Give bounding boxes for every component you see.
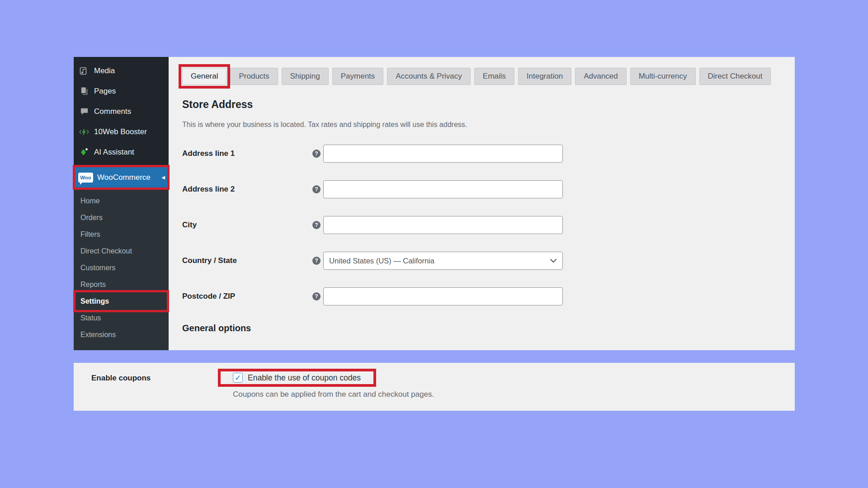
postcode-zip-label: Postcode / ZIP bbox=[182, 292, 312, 301]
settings-content: General Products Shipping Payments Accou… bbox=[169, 57, 795, 350]
chevron-down-icon bbox=[550, 258, 557, 263]
sidebar-item-woocommerce[interactable]: Woo WooCommerce ◀ bbox=[74, 167, 169, 188]
submenu-item-extensions[interactable]: Extensions bbox=[74, 326, 169, 343]
store-address-heading: Store Address bbox=[182, 99, 781, 111]
form-row-address-line-2: Address line 2 ? bbox=[182, 180, 781, 198]
form-row-postcode-zip: Postcode / ZIP ? bbox=[182, 287, 781, 305]
enable-coupons-panel: Enable coupons ✓ Enable the use of coupo… bbox=[74, 363, 795, 411]
country-state-select[interactable]: United States (US) — California bbox=[323, 252, 563, 270]
pages-icon bbox=[79, 86, 89, 96]
submenu-item-label: Direct Checkout bbox=[80, 247, 132, 255]
checkmark-icon: ✓ bbox=[235, 374, 241, 382]
tab-multi-currency[interactable]: Multi-currency bbox=[630, 68, 696, 85]
submenu-item-filters[interactable]: Filters bbox=[74, 226, 169, 243]
collapse-arrow-icon: ◀ bbox=[161, 175, 165, 180]
postcode-zip-input[interactable] bbox=[323, 287, 563, 305]
sidebar-item-comments[interactable]: Comments bbox=[74, 101, 169, 122]
sidebar-item-label: WooCommerce bbox=[97, 173, 151, 182]
enable-coupons-checkbox[interactable]: ✓ bbox=[233, 373, 243, 383]
sidebar-item-label: Pages bbox=[94, 87, 116, 96]
address-line-2-input[interactable] bbox=[323, 180, 563, 198]
submenu-item-orders[interactable]: Orders bbox=[74, 209, 169, 226]
enable-coupons-control: ✓ Enable the use of coupon codes Coupons… bbox=[233, 373, 434, 411]
woocommerce-submenu: Home Orders Filters Direct Checkout Cust… bbox=[74, 188, 169, 350]
submenu-item-label: Reports bbox=[80, 281, 106, 288]
help-icon[interactable]: ? bbox=[312, 221, 321, 229]
address-line-1-label: Address line 1 bbox=[182, 149, 312, 158]
city-input[interactable] bbox=[323, 216, 563, 234]
ai-assistant-icon bbox=[79, 147, 89, 157]
tab-payments[interactable]: Payments bbox=[332, 68, 384, 85]
help-icon[interactable]: ? bbox=[312, 257, 321, 265]
tab-accounts-privacy[interactable]: Accounts & Privacy bbox=[387, 68, 470, 85]
tab-direct-checkout[interactable]: Direct Checkout bbox=[699, 68, 771, 85]
address-line-2-label: Address line 2 bbox=[182, 185, 312, 194]
submenu-item-label: Home bbox=[80, 197, 100, 205]
woocommerce-badge-text: Woo bbox=[80, 175, 91, 180]
admin-sidebar: Media Pages Comments 10Web Booster bbox=[74, 57, 169, 350]
woocommerce-icon: Woo bbox=[78, 173, 93, 183]
address-line-1-input[interactable] bbox=[323, 145, 563, 163]
general-options-heading: General options bbox=[182, 323, 781, 333]
booster-icon bbox=[79, 127, 89, 137]
coupons-description: Coupons can be applied from the cart and… bbox=[233, 390, 434, 399]
submenu-item-label: Orders bbox=[80, 214, 103, 221]
tab-general[interactable]: General bbox=[182, 68, 226, 85]
submenu-item-home[interactable]: Home bbox=[74, 192, 169, 209]
tab-products[interactable]: Products bbox=[230, 68, 278, 85]
submenu-item-customers[interactable]: Customers bbox=[74, 259, 169, 276]
form-row-address-line-1: Address line 1 ? bbox=[182, 145, 781, 163]
sidebar-item-pages[interactable]: Pages bbox=[74, 81, 169, 101]
store-address-description: This is where your business is located. … bbox=[182, 121, 781, 129]
sidebar-item-label: AI Assistant bbox=[94, 148, 134, 157]
tab-integration[interactable]: Integration bbox=[518, 68, 571, 85]
sidebar-top-menu: Media Pages Comments 10Web Booster bbox=[74, 61, 169, 162]
submenu-item-label: Filters bbox=[80, 230, 100, 238]
submenu-item-reports[interactable]: Reports bbox=[74, 276, 169, 293]
tab-shipping[interactable]: Shipping bbox=[282, 68, 329, 85]
submenu-item-direct-checkout[interactable]: Direct Checkout bbox=[74, 243, 169, 259]
submenu-item-label: Settings bbox=[80, 297, 109, 305]
sidebar-item-10web-booster[interactable]: 10Web Booster bbox=[74, 122, 169, 142]
tab-advanced[interactable]: Advanced bbox=[575, 68, 627, 85]
media-icon bbox=[79, 66, 89, 76]
sidebar-item-label: Media bbox=[94, 66, 115, 75]
wp-admin-window: Media Pages Comments 10Web Booster bbox=[74, 57, 795, 350]
sidebar-item-label: 10Web Booster bbox=[94, 127, 147, 136]
help-icon[interactable]: ? bbox=[312, 185, 321, 193]
sidebar-item-ai-assistant[interactable]: AI Assistant bbox=[74, 142, 169, 162]
help-icon[interactable]: ? bbox=[312, 292, 321, 300]
enable-coupons-label: Enable coupons bbox=[91, 373, 233, 411]
country-state-value: United States (US) — California bbox=[329, 257, 434, 265]
enable-coupons-checkbox-label[interactable]: Enable the use of coupon codes bbox=[248, 373, 361, 383]
submenu-item-settings[interactable]: Settings bbox=[74, 293, 169, 310]
settings-tabs: General Products Shipping Payments Accou… bbox=[182, 68, 781, 85]
enable-coupons-checkbox-row: ✓ Enable the use of coupon codes bbox=[233, 373, 361, 383]
sidebar-item-media[interactable]: Media bbox=[74, 61, 169, 81]
tab-emails[interactable]: Emails bbox=[474, 68, 514, 85]
comments-icon bbox=[79, 107, 89, 117]
submenu-item-status[interactable]: Status bbox=[74, 310, 169, 326]
sidebar-item-label: Comments bbox=[94, 107, 131, 116]
form-row-city: City ? bbox=[182, 216, 781, 234]
form-row-country-state: Country / State ? United States (US) — C… bbox=[182, 252, 781, 270]
country-state-label: Country / State bbox=[182, 256, 312, 265]
submenu-item-label: Extensions bbox=[80, 331, 116, 338]
submenu-item-label: Customers bbox=[80, 264, 115, 272]
city-label: City bbox=[182, 221, 312, 230]
submenu-item-label: Status bbox=[80, 314, 101, 322]
help-icon[interactable]: ? bbox=[312, 150, 321, 158]
